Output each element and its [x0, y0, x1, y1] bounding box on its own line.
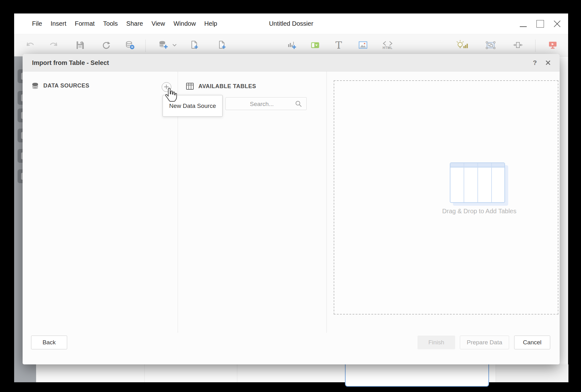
insert-page-icon [189, 40, 200, 51]
canvas-divider [144, 363, 145, 382]
close-window-button[interactable] [553, 20, 561, 28]
app-window: Untitled Dossier File Insert Format Tool… [14, 13, 568, 382]
insert-page-button[interactable] [189, 40, 200, 51]
image-icon [358, 40, 369, 50]
canvas-right-panel [496, 364, 568, 382]
menu-format[interactable]: Format [75, 20, 94, 27]
close-icon [553, 20, 561, 28]
table-graphic-column-line [477, 163, 478, 202]
redo-button[interactable] [48, 40, 60, 51]
dialog-header: Import from Table - Select ? [23, 54, 560, 72]
database-add-icon [158, 40, 170, 51]
dossier-canvas [36, 363, 568, 382]
menu-help[interactable]: Help [204, 20, 217, 27]
fit-to-window-button[interactable] [512, 40, 524, 50]
search-icon[interactable] [295, 100, 303, 109]
dialog-help-button[interactable]: ? [530, 54, 540, 72]
available-tables-label: AVAILABLE TABLES [198, 83, 256, 90]
insert-chapter-button[interactable] [216, 40, 228, 51]
table-graphic [450, 162, 505, 203]
tooltip-text: New Data Source [169, 103, 216, 109]
screen: Untitled Dossier File Insert Format Tool… [0, 0, 581, 392]
presentation-button[interactable] [547, 40, 559, 50]
insert-visualization-button[interactable] [286, 40, 298, 51]
add-data-button[interactable] [158, 40, 170, 51]
toolbar-separator [535, 40, 535, 52]
menubar: File Insert Format Tools Share View Wind… [32, 13, 217, 34]
lightbulb-insights-icon [456, 40, 470, 51]
undo-button[interactable] [24, 40, 35, 51]
insert-chapter-icon [216, 40, 228, 51]
data-sources-header: DATA SOURCES [31, 82, 89, 89]
new-data-source-button[interactable] [162, 82, 171, 92]
menu-tools[interactable]: Tools [103, 20, 118, 27]
format-container-button[interactable] [485, 40, 497, 51]
tooltip-arrow [167, 91, 176, 100]
available-tables-header: AVAILABLE TABLES [186, 82, 256, 90]
database-icon [31, 82, 39, 89]
toolbar: T HTML [14, 34, 568, 56]
insert-html-button[interactable]: HTML [382, 41, 393, 50]
database-pause-icon [124, 40, 136, 50]
finish-button[interactable]: Finish [417, 336, 455, 349]
insights-button[interactable] [456, 40, 470, 51]
undo-icon [24, 40, 35, 51]
selector-icon [310, 40, 321, 50]
table-search-box [225, 97, 307, 110]
toolbar-separator [145, 40, 146, 52]
table-grid-icon [186, 82, 194, 90]
minimize-button[interactable] [519, 20, 527, 28]
import-from-table-dialog: Import from Table - Select ? DATA SOURCE… [23, 54, 560, 364]
close-icon [546, 60, 551, 65]
titlebar: Untitled Dossier File Insert Format Tool… [14, 13, 568, 34]
panel-divider [326, 72, 327, 333]
menu-insert[interactable]: Insert [51, 20, 66, 27]
dataset-status-button[interactable] [124, 40, 136, 50]
text-icon: T [336, 40, 342, 50]
insert-image-button[interactable] [358, 40, 369, 50]
fit-width-icon [512, 40, 524, 50]
html-label: HTML [383, 46, 393, 50]
chart-add-icon [286, 40, 298, 51]
maximize-button[interactable] [536, 20, 544, 28]
menu-window[interactable]: Window [174, 20, 196, 27]
chevron-down-icon [172, 44, 177, 47]
window-controls [519, 13, 561, 34]
insert-selector-button[interactable] [310, 40, 321, 50]
back-button[interactable]: Back [31, 336, 67, 349]
menu-view[interactable]: View [152, 20, 165, 27]
table-drop-zone[interactable]: Drag & Drop to Add Tables [334, 80, 558, 315]
canvas-divider [237, 363, 237, 382]
table-graphic-column-line [464, 163, 464, 202]
add-data-dropdown[interactable] [172, 44, 177, 47]
dialog-title: Import from Table - Select [32, 54, 109, 72]
table-graphic-column-line [491, 163, 492, 202]
menu-share[interactable]: Share [126, 20, 143, 27]
menu-file[interactable]: File [32, 20, 42, 27]
table-search-input[interactable] [228, 98, 295, 110]
insert-text-button[interactable]: T [336, 40, 342, 50]
prepare-data-button[interactable]: Prepare Data [460, 336, 509, 349]
refresh-button[interactable] [101, 40, 111, 50]
save-button[interactable] [75, 40, 85, 50]
dialog-close-button[interactable] [543, 54, 553, 72]
drop-table-graphic [450, 162, 505, 203]
cancel-button[interactable]: Cancel [514, 336, 550, 349]
layout-container-icon [485, 40, 497, 51]
data-sources-label: DATA SOURCES [43, 82, 89, 89]
refresh-icon [101, 40, 111, 50]
redo-icon [48, 40, 60, 51]
presentation-play-icon [547, 40, 559, 50]
html-code-icon [382, 41, 393, 46]
save-icon [75, 40, 85, 50]
plus-icon [162, 82, 171, 91]
new-data-source-tooltip: New Data Source [163, 95, 223, 117]
drop-hint-text: Drag & Drop to Add Tables [369, 208, 581, 215]
